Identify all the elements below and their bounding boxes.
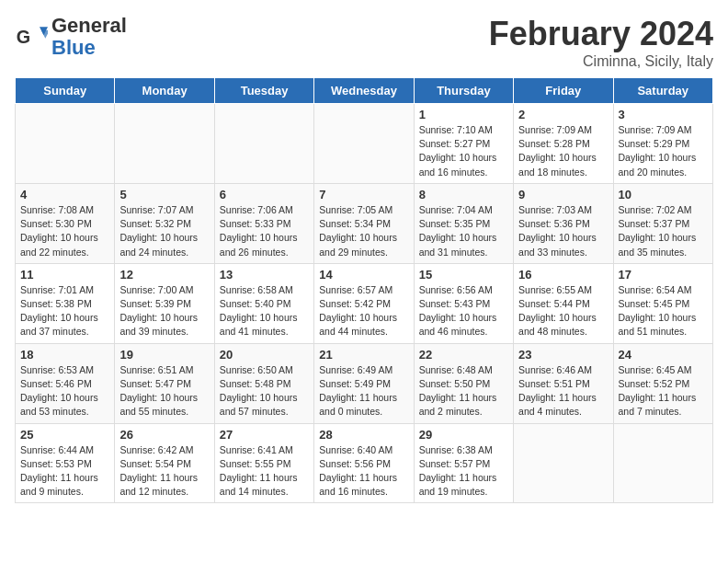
calendar-cell: 14Sunrise: 6:57 AM Sunset: 5:42 PM Dayli…	[314, 263, 414, 343]
calendar-cell: 13Sunrise: 6:58 AM Sunset: 5:40 PM Dayli…	[214, 263, 313, 343]
calendar-cell	[16, 104, 115, 184]
day-number: 21	[319, 348, 408, 362]
day-number: 3	[619, 108, 708, 121]
week-row-3: 11Sunrise: 7:01 AM Sunset: 5:38 PM Dayli…	[16, 263, 713, 343]
day-info: Sunrise: 6:40 AM Sunset: 5:56 PM Dayligh…	[319, 443, 408, 500]
day-number: 16	[518, 268, 608, 282]
calendar-cell: 29Sunrise: 6:38 AM Sunset: 5:57 PM Dayli…	[414, 423, 513, 503]
week-row-1: 1Sunrise: 7:10 AM Sunset: 5:27 PM Daylig…	[16, 104, 713, 184]
calendar-cell: 23Sunrise: 6:46 AM Sunset: 5:51 PM Dayli…	[514, 343, 613, 423]
day-info: Sunrise: 7:01 AM Sunset: 5:38 PM Dayligh…	[20, 283, 109, 339]
calendar-cell: 18Sunrise: 6:53 AM Sunset: 5:46 PM Dayli…	[16, 343, 115, 423]
calendar-cell: 19Sunrise: 6:51 AM Sunset: 5:47 PM Dayli…	[115, 343, 214, 423]
calendar-cell	[115, 104, 214, 184]
day-info: Sunrise: 6:50 AM Sunset: 5:48 PM Dayligh…	[220, 363, 309, 419]
day-number: 9	[518, 188, 608, 201]
day-info: Sunrise: 7:09 AM Sunset: 5:29 PM Dayligh…	[619, 123, 708, 179]
day-number: 6	[220, 188, 309, 201]
calendar-subtitle: Ciminna, Sicily, Italy	[489, 53, 713, 70]
title-block: February 2024 Ciminna, Sicily, Italy	[489, 15, 713, 70]
day-info: Sunrise: 7:05 AM Sunset: 5:34 PM Dayligh…	[319, 203, 408, 259]
calendar-table: SundayMondayTuesdayWednesdayThursdayFrid…	[15, 77, 713, 503]
day-number: 24	[619, 348, 708, 362]
day-number: 19	[119, 348, 209, 362]
day-info: Sunrise: 6:54 AM Sunset: 5:45 PM Dayligh…	[619, 283, 708, 339]
calendar-cell: 25Sunrise: 6:44 AM Sunset: 5:53 PM Dayli…	[16, 423, 115, 503]
week-row-2: 4Sunrise: 7:08 AM Sunset: 5:30 PM Daylig…	[16, 183, 713, 263]
day-info: Sunrise: 7:00 AM Sunset: 5:39 PM Dayligh…	[119, 283, 209, 339]
weekday-header-saturday: Saturday	[613, 78, 712, 104]
svg-text:G: G	[17, 27, 30, 47]
day-number: 27	[220, 428, 309, 442]
day-number: 22	[419, 348, 508, 362]
week-row-5: 25Sunrise: 6:44 AM Sunset: 5:53 PM Dayli…	[16, 423, 713, 503]
day-info: Sunrise: 6:58 AM Sunset: 5:40 PM Dayligh…	[220, 283, 309, 339]
weekday-header-wednesday: Wednesday	[314, 78, 414, 104]
day-number: 2	[518, 108, 608, 121]
day-number: 4	[20, 188, 109, 201]
weekday-header-row: SundayMondayTuesdayWednesdayThursdayFrid…	[16, 78, 713, 104]
day-number: 18	[20, 348, 109, 362]
day-number: 14	[319, 268, 408, 282]
day-number: 10	[619, 188, 708, 201]
calendar-title: February 2024	[489, 15, 713, 53]
day-info: Sunrise: 7:10 AM Sunset: 5:27 PM Dayligh…	[419, 123, 508, 179]
day-number: 15	[419, 268, 508, 282]
day-number: 26	[119, 428, 209, 442]
logo-icon: G	[15, 20, 48, 53]
calendar-cell	[514, 423, 613, 503]
day-number: 12	[119, 268, 209, 282]
logo-blue: Blue	[51, 36, 96, 59]
calendar-cell: 11Sunrise: 7:01 AM Sunset: 5:38 PM Dayli…	[16, 263, 115, 343]
day-info: Sunrise: 7:09 AM Sunset: 5:28 PM Dayligh…	[518, 123, 608, 179]
day-number: 17	[619, 268, 708, 282]
day-number: 8	[419, 188, 508, 201]
logo-general: General	[51, 14, 127, 37]
day-info: Sunrise: 6:45 AM Sunset: 5:52 PM Dayligh…	[619, 363, 708, 419]
day-info: Sunrise: 6:46 AM Sunset: 5:51 PM Dayligh…	[518, 363, 608, 419]
day-number: 11	[20, 268, 109, 282]
day-info: Sunrise: 6:55 AM Sunset: 5:44 PM Dayligh…	[518, 283, 608, 339]
calendar-cell: 12Sunrise: 7:00 AM Sunset: 5:39 PM Dayli…	[115, 263, 214, 343]
calendar-cell: 20Sunrise: 6:50 AM Sunset: 5:48 PM Dayli…	[214, 343, 313, 423]
day-info: Sunrise: 7:04 AM Sunset: 5:35 PM Dayligh…	[419, 203, 508, 259]
day-number: 20	[220, 348, 309, 362]
day-info: Sunrise: 7:03 AM Sunset: 5:36 PM Dayligh…	[518, 203, 608, 259]
calendar-cell: 17Sunrise: 6:54 AM Sunset: 5:45 PM Dayli…	[613, 263, 712, 343]
logo-text: General Blue	[51, 15, 127, 59]
calendar-cell	[613, 423, 712, 503]
calendar-cell: 7Sunrise: 7:05 AM Sunset: 5:34 PM Daylig…	[314, 183, 414, 263]
weekday-header-monday: Monday	[115, 78, 214, 104]
calendar-cell: 24Sunrise: 6:45 AM Sunset: 5:52 PM Dayli…	[613, 343, 712, 423]
calendar-cell	[314, 104, 414, 184]
calendar-cell: 4Sunrise: 7:08 AM Sunset: 5:30 PM Daylig…	[16, 183, 115, 263]
day-info: Sunrise: 6:48 AM Sunset: 5:50 PM Dayligh…	[419, 363, 508, 419]
day-info: Sunrise: 6:57 AM Sunset: 5:42 PM Dayligh…	[319, 283, 408, 339]
day-number: 5	[119, 188, 209, 201]
day-number: 7	[319, 188, 408, 201]
day-info: Sunrise: 6:44 AM Sunset: 5:53 PM Dayligh…	[20, 443, 109, 500]
calendar-cell: 22Sunrise: 6:48 AM Sunset: 5:50 PM Dayli…	[414, 343, 513, 423]
day-info: Sunrise: 7:06 AM Sunset: 5:33 PM Dayligh…	[220, 203, 309, 259]
day-info: Sunrise: 7:02 AM Sunset: 5:37 PM Dayligh…	[619, 203, 708, 259]
week-row-4: 18Sunrise: 6:53 AM Sunset: 5:46 PM Dayli…	[16, 343, 713, 423]
day-number: 28	[319, 428, 408, 442]
svg-marker-2	[41, 30, 48, 39]
calendar-cell: 15Sunrise: 6:56 AM Sunset: 5:43 PM Dayli…	[414, 263, 513, 343]
day-number: 25	[20, 428, 109, 442]
day-info: Sunrise: 7:07 AM Sunset: 5:32 PM Dayligh…	[119, 203, 209, 259]
weekday-header-friday: Friday	[514, 78, 613, 104]
day-info: Sunrise: 6:49 AM Sunset: 5:49 PM Dayligh…	[319, 363, 408, 419]
calendar-cell: 21Sunrise: 6:49 AM Sunset: 5:49 PM Dayli…	[314, 343, 414, 423]
weekday-header-thursday: Thursday	[414, 78, 513, 104]
calendar-cell: 6Sunrise: 7:06 AM Sunset: 5:33 PM Daylig…	[214, 183, 313, 263]
calendar-cell: 8Sunrise: 7:04 AM Sunset: 5:35 PM Daylig…	[414, 183, 513, 263]
day-info: Sunrise: 6:42 AM Sunset: 5:54 PM Dayligh…	[119, 443, 209, 500]
weekday-header-sunday: Sunday	[16, 78, 115, 104]
calendar-cell: 10Sunrise: 7:02 AM Sunset: 5:37 PM Dayli…	[613, 183, 712, 263]
calendar-cell	[214, 104, 313, 184]
day-number: 29	[419, 428, 508, 442]
calendar-cell: 16Sunrise: 6:55 AM Sunset: 5:44 PM Dayli…	[514, 263, 613, 343]
day-number: 23	[518, 348, 608, 362]
day-info: Sunrise: 6:38 AM Sunset: 5:57 PM Dayligh…	[419, 443, 508, 500]
